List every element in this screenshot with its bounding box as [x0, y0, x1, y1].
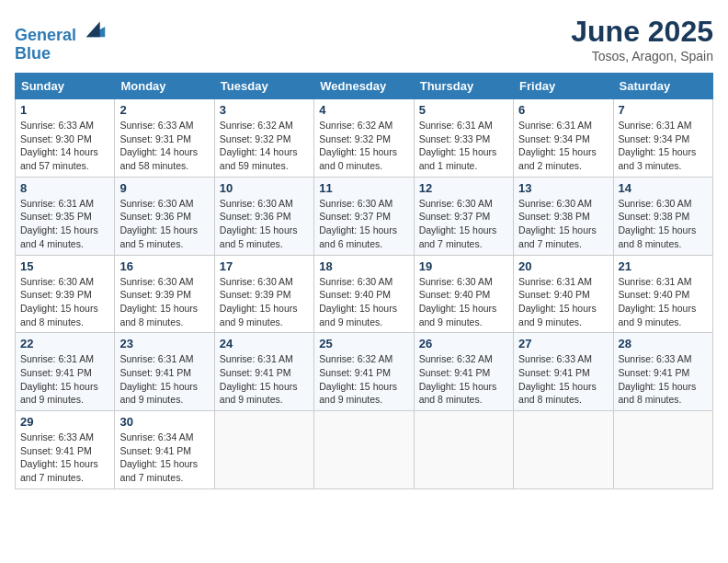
month-title: June 2025	[571, 15, 713, 49]
day-info: Sunrise: 6:33 AM Sunset: 9:30 PM Dayligh…	[20, 119, 109, 173]
day-number: 30	[119, 415, 209, 429]
calendar-week-row: 1Sunrise: 6:33 AM Sunset: 9:30 PM Daylig…	[16, 99, 713, 178]
table-row: 20Sunrise: 6:31 AM Sunset: 9:40 PM Dayli…	[514, 255, 613, 333]
day-info: Sunrise: 6:32 AM Sunset: 9:32 PM Dayligh…	[220, 119, 309, 173]
table-row: 21Sunrise: 6:31 AM Sunset: 9:40 PM Dayli…	[613, 255, 712, 333]
calendar-body: 1Sunrise: 6:33 AM Sunset: 9:30 PM Daylig…	[16, 99, 713, 489]
table-row: 13Sunrise: 6:30 AM Sunset: 9:38 PM Dayli…	[514, 177, 613, 255]
table-row: 28Sunrise: 6:33 AM Sunset: 9:41 PM Dayli…	[613, 333, 712, 411]
day-number: 24	[220, 337, 309, 350]
table-row: 25Sunrise: 6:32 AM Sunset: 9:41 PM Dayli…	[314, 333, 414, 411]
day-number: 19	[419, 259, 508, 273]
day-info: Sunrise: 6:32 AM Sunset: 9:41 PM Dayligh…	[319, 352, 408, 407]
day-info: Sunrise: 6:31 AM Sunset: 9:34 PM Dayligh…	[619, 119, 708, 173]
day-info: Sunrise: 6:30 AM Sunset: 9:39 PM Dayligh…	[119, 275, 209, 329]
day-number: 22	[20, 337, 109, 350]
title-block: June 2025 Tosos, Aragon, Spain	[571, 15, 713, 63]
header-thursday: Thursday	[414, 74, 513, 99]
day-number: 29	[20, 415, 109, 429]
table-row: 11Sunrise: 6:30 AM Sunset: 9:37 PM Dayli…	[314, 177, 414, 255]
day-info: Sunrise: 6:33 AM Sunset: 9:41 PM Dayligh…	[619, 352, 708, 407]
table-row: 4Sunrise: 6:32 AM Sunset: 9:32 PM Daylig…	[314, 99, 414, 178]
day-info: Sunrise: 6:30 AM Sunset: 9:40 PM Dayligh…	[419, 275, 508, 329]
day-info: Sunrise: 6:31 AM Sunset: 9:34 PM Dayligh…	[518, 119, 608, 173]
day-info: Sunrise: 6:30 AM Sunset: 9:36 PM Dayligh…	[119, 197, 209, 251]
header-wednesday: Wednesday	[314, 74, 414, 99]
table-row: 15Sunrise: 6:30 AM Sunset: 9:39 PM Dayli…	[16, 255, 115, 333]
logo-text: General	[15, 15, 108, 45]
day-info: Sunrise: 6:33 AM Sunset: 9:41 PM Dayligh…	[20, 431, 109, 485]
day-number: 20	[518, 259, 608, 273]
weekday-header-row: Sunday Monday Tuesday Wednesday Thursday…	[16, 74, 713, 99]
day-number: 4	[319, 103, 408, 117]
table-row: 18Sunrise: 6:30 AM Sunset: 9:40 PM Dayli…	[314, 255, 414, 333]
location: Tosos, Aragon, Spain	[571, 49, 713, 63]
day-number: 14	[619, 181, 708, 195]
table-row: 1Sunrise: 6:33 AM Sunset: 9:30 PM Daylig…	[16, 99, 115, 178]
table-row: 12Sunrise: 6:30 AM Sunset: 9:37 PM Dayli…	[414, 177, 513, 255]
header-monday: Monday	[115, 74, 214, 99]
day-number: 2	[119, 103, 209, 117]
day-info: Sunrise: 6:30 AM Sunset: 9:39 PM Dayligh…	[220, 275, 309, 329]
header-sunday: Sunday	[16, 74, 115, 99]
day-number: 13	[518, 181, 608, 195]
day-number: 8	[20, 181, 109, 195]
logo-line1: General	[15, 26, 76, 44]
day-number: 7	[619, 103, 708, 117]
logo-icon	[83, 15, 108, 40]
day-info: Sunrise: 6:31 AM Sunset: 9:40 PM Dayligh…	[518, 275, 608, 329]
day-number: 15	[20, 259, 109, 273]
day-number: 12	[419, 181, 508, 195]
calendar-week-row: 15Sunrise: 6:30 AM Sunset: 9:39 PM Dayli…	[16, 255, 713, 333]
day-info: Sunrise: 6:33 AM Sunset: 9:41 PM Dayligh…	[518, 352, 608, 407]
calendar-week-row: 22Sunrise: 6:31 AM Sunset: 9:41 PM Dayli…	[16, 333, 713, 411]
day-info: Sunrise: 6:30 AM Sunset: 9:37 PM Dayligh…	[319, 197, 408, 251]
day-number: 18	[319, 259, 408, 273]
header-saturday: Saturday	[613, 74, 712, 99]
table-row: 27Sunrise: 6:33 AM Sunset: 9:41 PM Dayli…	[514, 333, 613, 411]
table-row	[414, 411, 513, 489]
day-info: Sunrise: 6:31 AM Sunset: 9:33 PM Dayligh…	[419, 119, 508, 173]
header-tuesday: Tuesday	[214, 74, 313, 99]
day-info: Sunrise: 6:34 AM Sunset: 9:41 PM Dayligh…	[119, 431, 209, 485]
table-row: 14Sunrise: 6:30 AM Sunset: 9:38 PM Dayli…	[613, 177, 712, 255]
day-info: Sunrise: 6:31 AM Sunset: 9:35 PM Dayligh…	[20, 197, 109, 251]
day-number: 23	[119, 337, 209, 350]
day-info: Sunrise: 6:33 AM Sunset: 9:31 PM Dayligh…	[119, 119, 209, 173]
svg-marker-1	[86, 21, 100, 37]
day-info: Sunrise: 6:31 AM Sunset: 9:41 PM Dayligh…	[220, 352, 309, 407]
day-number: 17	[220, 259, 309, 273]
day-info: Sunrise: 6:30 AM Sunset: 9:39 PM Dayligh…	[20, 275, 109, 329]
logo: General Blue	[15, 15, 108, 63]
day-number: 27	[518, 337, 608, 350]
calendar-week-row: 29Sunrise: 6:33 AM Sunset: 9:41 PM Dayli…	[16, 411, 713, 489]
day-number: 3	[220, 103, 309, 117]
table-row	[613, 411, 712, 489]
table-row: 22Sunrise: 6:31 AM Sunset: 9:41 PM Dayli…	[16, 333, 115, 411]
day-number: 5	[419, 103, 508, 117]
table-row: 3Sunrise: 6:32 AM Sunset: 9:32 PM Daylig…	[214, 99, 313, 178]
table-row: 5Sunrise: 6:31 AM Sunset: 9:33 PM Daylig…	[414, 99, 513, 178]
day-number: 25	[319, 337, 408, 350]
header-friday: Friday	[514, 74, 613, 99]
day-number: 16	[119, 259, 209, 273]
day-number: 9	[119, 181, 209, 195]
day-info: Sunrise: 6:32 AM Sunset: 9:32 PM Dayligh…	[319, 119, 408, 173]
table-row: 19Sunrise: 6:30 AM Sunset: 9:40 PM Dayli…	[414, 255, 513, 333]
day-number: 21	[619, 259, 708, 273]
day-info: Sunrise: 6:32 AM Sunset: 9:41 PM Dayligh…	[419, 352, 508, 407]
table-row: 24Sunrise: 6:31 AM Sunset: 9:41 PM Dayli…	[214, 333, 313, 411]
logo-line2: Blue	[15, 45, 108, 63]
table-row: 6Sunrise: 6:31 AM Sunset: 9:34 PM Daylig…	[514, 99, 613, 178]
day-info: Sunrise: 6:30 AM Sunset: 9:38 PM Dayligh…	[518, 197, 608, 251]
page-header: General Blue June 2025 Tosos, Aragon, Sp…	[15, 15, 713, 63]
table-row: 23Sunrise: 6:31 AM Sunset: 9:41 PM Dayli…	[115, 333, 214, 411]
day-number: 28	[619, 337, 708, 350]
table-row	[214, 411, 313, 489]
day-number: 1	[20, 103, 109, 117]
table-row: 29Sunrise: 6:33 AM Sunset: 9:41 PM Dayli…	[16, 411, 115, 489]
table-row: 16Sunrise: 6:30 AM Sunset: 9:39 PM Dayli…	[115, 255, 214, 333]
table-row: 9Sunrise: 6:30 AM Sunset: 9:36 PM Daylig…	[115, 177, 214, 255]
day-number: 26	[419, 337, 508, 350]
table-row: 8Sunrise: 6:31 AM Sunset: 9:35 PM Daylig…	[16, 177, 115, 255]
